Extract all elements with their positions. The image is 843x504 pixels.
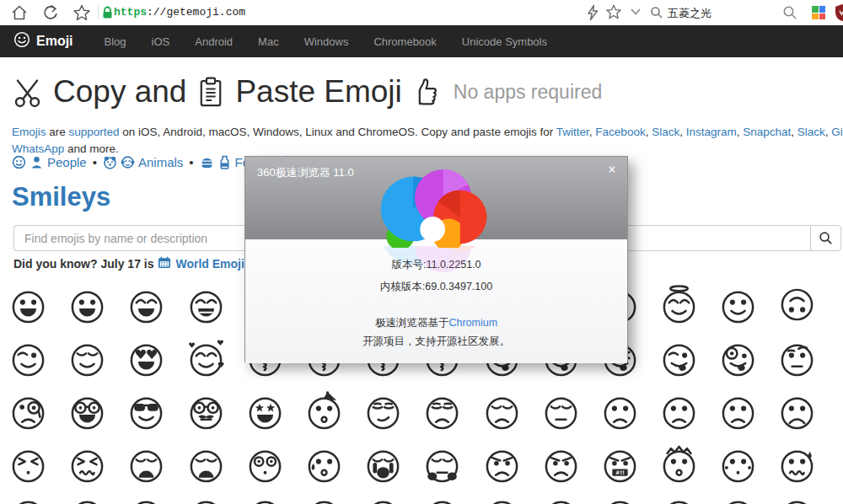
emoji-face-with-raised-eyebrow[interactable]: [777, 338, 817, 378]
intro-link[interactable]: Snapchat: [743, 126, 791, 138]
emoji-crying-face[interactable]: [304, 444, 344, 484]
emoji-partial[interactable]: [245, 495, 285, 504]
intro-link[interactable]: Slack: [652, 126, 679, 138]
emoji-exploding-head[interactable]: [659, 444, 699, 484]
emoji-confounded-face[interactable]: [67, 444, 107, 484]
emoji-disappointed-face[interactable]: [482, 391, 522, 431]
security-shield-icon[interactable]: [835, 3, 843, 22]
emoji-partial[interactable]: [777, 495, 817, 504]
emoji-face-with-monocle[interactable]: [8, 391, 48, 431]
emoji-face-with-steam-from-nose[interactable]: [422, 444, 462, 484]
chromium-link[interactable]: Chromium: [448, 317, 497, 329]
intro-text: ,: [791, 126, 797, 138]
emoji-smiling-face-with-heart-eyes[interactable]: [126, 338, 166, 378]
emoji-partial[interactable]: [304, 495, 344, 504]
person-icon: [30, 155, 44, 169]
intro-link[interactable]: Emojis: [12, 126, 46, 138]
emoji-angry-face[interactable]: [482, 444, 522, 484]
search-go-icon[interactable]: [782, 5, 801, 24]
browser-360-logo: [370, 167, 502, 248]
nav-item-android[interactable]: Android: [182, 35, 245, 48]
emoji-tired-face[interactable]: [126, 444, 166, 484]
address-bar[interactable]: https://getemoji.com: [114, 6, 245, 19]
search-box-magnifier-icon: [650, 6, 668, 24]
emoji-confused-face[interactable]: [659, 391, 699, 431]
emoji-pleading-face[interactable]: [245, 444, 285, 484]
intro-link[interactable]: Twitter: [556, 126, 589, 138]
intro-link[interactable]: Slack: [797, 126, 825, 138]
intro-link[interactable]: Instagram: [686, 126, 737, 138]
nav-item-chromebook[interactable]: Chromebook: [361, 35, 448, 48]
undo-icon[interactable]: [41, 3, 60, 22]
emoji-partial[interactable]: [8, 495, 48, 504]
apps-grid-icon[interactable]: [812, 6, 825, 19]
nav-item-ios[interactable]: iOS: [139, 35, 183, 48]
bookmark-star-icon[interactable]: [605, 3, 624, 22]
emoji-hot-face[interactable]: [777, 444, 817, 484]
emoji-zany-face[interactable]: [718, 338, 758, 378]
nav-item-mac[interactable]: Mac: [245, 35, 292, 48]
intro-link[interactable]: supported: [69, 126, 120, 138]
category-people[interactable]: People: [12, 155, 87, 169]
brand-logo[interactable]: Emoji: [13, 31, 73, 51]
emoji-partial[interactable]: [482, 495, 522, 504]
emoji-flushed-face[interactable]: [718, 444, 758, 484]
emoji-partial[interactable]: [541, 495, 581, 504]
emoji-slightly-smiling-face[interactable]: [718, 285, 758, 324]
emoji-partial[interactable]: [600, 495, 640, 504]
emoji-weary-face[interactable]: [186, 444, 226, 484]
thumbs-up-icon: [412, 77, 440, 107]
emoji-grinning-face-with-big-eyes[interactable]: [67, 285, 107, 324]
emoji-star-struck[interactable]: [245, 391, 285, 431]
home-icon[interactable]: [10, 3, 29, 22]
close-icon[interactable]: ×: [609, 164, 615, 175]
emoji-winking-face[interactable]: [8, 338, 48, 378]
emoji-search-button[interactable]: [810, 225, 841, 251]
emoji-partial[interactable]: [126, 495, 166, 504]
emoji-persevering-face[interactable]: [8, 444, 48, 484]
intro-link[interactable]: GitHub: [831, 126, 843, 138]
emoji-grinning-face[interactable]: [8, 285, 48, 324]
emoji-partial[interactable]: [718, 495, 758, 504]
emoji-partial[interactable]: [363, 495, 403, 504]
emoji-partial[interactable]: [67, 495, 107, 504]
emoji-beaming-face-with-smiling-eyes[interactable]: [186, 285, 226, 324]
flash-icon[interactable]: [585, 4, 604, 23]
section-heading: Smileys: [12, 182, 110, 212]
emoji-disguised-face[interactable]: [186, 391, 226, 431]
browser-toolbar: https://getemoji.com 五菱之光: [0, 0, 843, 25]
emoji-winking-face-with-tongue[interactable]: [659, 338, 699, 378]
emoji-worried-face[interactable]: [600, 391, 640, 431]
browser-search-input[interactable]: 五菱之光: [668, 6, 711, 21]
emoji-partial[interactable]: [659, 495, 699, 504]
emoji-face-with-symbols-on-mouth[interactable]: #!!: [600, 444, 640, 484]
nav-item-blog[interactable]: Blog: [92, 35, 139, 48]
emoji-nerd-face[interactable]: [67, 391, 107, 431]
emoji-slightly-frowning-face[interactable]: [718, 391, 758, 431]
emoji-frowning-face[interactable]: [777, 391, 817, 431]
emoji-partial[interactable]: [422, 495, 462, 504]
emoji-unamused-face[interactable]: [422, 391, 462, 431]
chevron-down-icon[interactable]: [630, 8, 648, 26]
clipboard-icon: [196, 77, 225, 108]
nav-item-windows[interactable]: Windows: [292, 35, 362, 48]
emoji-partial[interactable]: [186, 495, 226, 504]
favorite-star-icon[interactable]: [72, 3, 91, 22]
emoji-smiling-face-with-halo[interactable]: [659, 285, 699, 324]
emoji-smiling-face-with-sunglasses[interactable]: [126, 391, 166, 431]
emoji-loudly-crying-face[interactable]: [363, 444, 403, 484]
emoji-pensive-face[interactable]: [541, 391, 581, 431]
nav-item-unicode-symbols[interactable]: Unicode Symbols: [449, 35, 560, 48]
emoji-relieved-face[interactable]: [67, 338, 107, 378]
emoji-upside-down-face[interactable]: [777, 285, 817, 324]
emoji-partying-face[interactable]: [304, 391, 344, 431]
emoji-smiling-face-with-hearts[interactable]: [186, 338, 226, 378]
emoji-grinning-face-with-smiling-eyes[interactable]: [126, 285, 166, 324]
emoji-pouting-face[interactable]: [541, 444, 581, 484]
intro-link[interactable]: Facebook: [595, 126, 645, 138]
emoji-smirking-face[interactable]: [363, 391, 403, 431]
smiley-icon: [12, 155, 26, 169]
calendar-icon: [158, 256, 171, 271]
category-animals[interactable]: Animals: [103, 155, 183, 169]
intro-link[interactable]: WhatsApp: [12, 142, 64, 155]
